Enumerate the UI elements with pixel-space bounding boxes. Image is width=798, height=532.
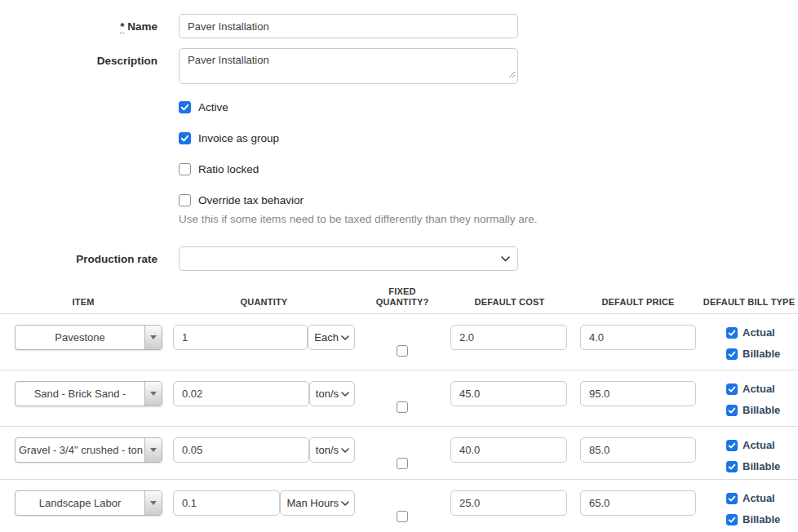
- checkmark-icon: [728, 385, 736, 393]
- item-select-value: Pavestone: [16, 326, 144, 349]
- fixed-quantity-checkbox[interactable]: [397, 345, 408, 357]
- service-group-form: * Name Description Paver Installation Ac…: [0, 14, 798, 532]
- description-field-row: Description Paver Installation: [0, 48, 798, 84]
- dropdown-arrow-icon: [150, 501, 157, 505]
- billable-checkbox[interactable]: [726, 348, 738, 360]
- billable-checkbox[interactable]: [726, 514, 738, 525]
- actual-label: Actual: [743, 326, 775, 339]
- name-field-row: * Name: [0, 14, 798, 38]
- chevron-down-icon: [341, 448, 349, 453]
- production-rate-select[interactable]: [179, 246, 518, 271]
- line-items-table: ITEM QUANTITY FIXED QUANTITY? DEFAULT CO…: [0, 271, 798, 532]
- default-cost-input[interactable]: [450, 325, 567, 350]
- item-column-header: ITEM: [0, 271, 166, 313]
- actual-checkbox[interactable]: [726, 383, 738, 395]
- quantity-column-header: QUANTITY: [166, 271, 361, 313]
- billable-checkbox[interactable]: [726, 405, 738, 416]
- default-price-input[interactable]: [580, 437, 696, 463]
- billable-checkbox[interactable]: [726, 461, 738, 472]
- ratio-locked-label: Ratio locked: [198, 163, 259, 175]
- actual-checkbox[interactable]: [726, 493, 738, 504]
- quantity-input[interactable]: [173, 437, 309, 463]
- quantity-input[interactable]: [173, 381, 309, 406]
- fixed-quantity-checkbox[interactable]: [397, 511, 408, 522]
- billable-label: Billable: [743, 460, 780, 472]
- item-select[interactable]: Gravel - 3/4" crushed - ton: [15, 437, 162, 463]
- actual-checkbox[interactable]: [726, 440, 738, 451]
- checkmark-icon: [728, 406, 736, 415]
- dropdown-arrow-icon: [150, 448, 157, 452]
- checkmark-icon: [180, 103, 189, 112]
- unit-select[interactable]: ton/s: [309, 437, 355, 463]
- actual-label: Actual: [743, 492, 775, 504]
- billable-label: Billable: [743, 404, 780, 416]
- override-tax-behavior-checkbox[interactable]: [179, 194, 191, 206]
- item-select-open-button[interactable]: [144, 438, 162, 462]
- unit-select[interactable]: Each: [308, 325, 355, 350]
- chevron-down-icon: [341, 392, 349, 397]
- item-select-value: Gravel - 3/4" crushed - ton: [16, 438, 144, 462]
- default-price-column-header: DEFAULT PRICE: [576, 271, 700, 313]
- production-rate-field-row: Production rate: [0, 246, 798, 271]
- active-option-row: Active: [179, 101, 798, 113]
- item-select-open-button[interactable]: [144, 382, 162, 406]
- invoice-as-group-option-row: Invoice as group: [179, 132, 798, 144]
- checkmark-icon: [728, 329, 736, 337]
- item-select-value: Landscape Labor: [16, 491, 144, 515]
- item-select[interactable]: Pavestone: [15, 325, 162, 350]
- default-cost-input[interactable]: [450, 381, 567, 406]
- invoice-as-group-label: Invoice as group: [198, 132, 279, 144]
- default-cost-input[interactable]: [450, 490, 567, 516]
- table-row: Landscape Labor Man Hours: [0, 480, 798, 532]
- override-tax-option-row: Override tax behavior: [179, 194, 798, 206]
- fixed-quantity-checkbox[interactable]: [397, 458, 408, 469]
- active-checkbox[interactable]: [179, 101, 191, 113]
- default-bill-type-column-header: DEFAULT BILL TYPE: [700, 271, 798, 313]
- checkmark-icon: [180, 134, 189, 143]
- checkmark-icon: [728, 463, 736, 471]
- tax-help-text: Use this if some items need to be taxed …: [179, 213, 798, 225]
- default-price-input[interactable]: [580, 381, 696, 406]
- default-cost-column-header: DEFAULT COST: [443, 271, 576, 313]
- chevron-down-icon: [341, 335, 349, 340]
- default-price-input[interactable]: [580, 490, 696, 516]
- table-row: Sand - Brick Sand - ton/s: [0, 370, 798, 427]
- chevron-down-icon: [501, 256, 510, 262]
- actual-checkbox[interactable]: [726, 327, 738, 339]
- dropdown-arrow-icon: [150, 335, 157, 339]
- dropdown-arrow-icon: [150, 392, 157, 396]
- billable-label: Billable: [743, 513, 780, 525]
- table-row: Pavestone Each: [0, 314, 798, 370]
- quantity-input[interactable]: [173, 325, 308, 350]
- default-price-input[interactable]: [580, 325, 696, 350]
- ratio-locked-checkbox[interactable]: [179, 163, 191, 175]
- unit-select[interactable]: ton/s: [309, 381, 355, 406]
- item-select-open-button[interactable]: [144, 491, 162, 515]
- checkmark-icon: [728, 494, 736, 503]
- checkmark-icon: [728, 441, 736, 450]
- table-header-row: ITEM QUANTITY FIXED QUANTITY? DEFAULT CO…: [0, 271, 798, 314]
- item-select-value: Sand - Brick Sand -: [16, 382, 144, 406]
- unit-select-value: ton/s: [316, 388, 339, 400]
- unit-select[interactable]: Man Hours: [280, 490, 355, 516]
- billable-label: Billable: [743, 348, 780, 360]
- checkmark-icon: [728, 350, 736, 358]
- invoice-as-group-checkbox[interactable]: [179, 132, 191, 144]
- name-label-text: Name: [127, 20, 157, 33]
- required-indicator: *: [120, 20, 124, 33]
- description-textarea[interactable]: Paver Installation: [179, 48, 518, 84]
- ratio-locked-option-row: Ratio locked: [179, 163, 798, 175]
- table-row: Gravel - 3/4" crushed - ton ton/s: [0, 427, 798, 480]
- active-label: Active: [198, 101, 228, 113]
- production-rate-label: Production rate: [0, 253, 157, 265]
- chevron-down-icon: [341, 501, 349, 506]
- fixed-quantity-checkbox[interactable]: [397, 401, 408, 413]
- default-cost-input[interactable]: [450, 437, 567, 463]
- item-select-open-button[interactable]: [144, 326, 162, 349]
- name-label: * Name: [0, 20, 157, 33]
- item-select[interactable]: Sand - Brick Sand -: [15, 381, 162, 406]
- unit-select-value: ton/s: [316, 444, 339, 456]
- item-select[interactable]: Landscape Labor: [15, 490, 162, 516]
- name-input[interactable]: [179, 14, 518, 38]
- quantity-input[interactable]: [173, 490, 280, 516]
